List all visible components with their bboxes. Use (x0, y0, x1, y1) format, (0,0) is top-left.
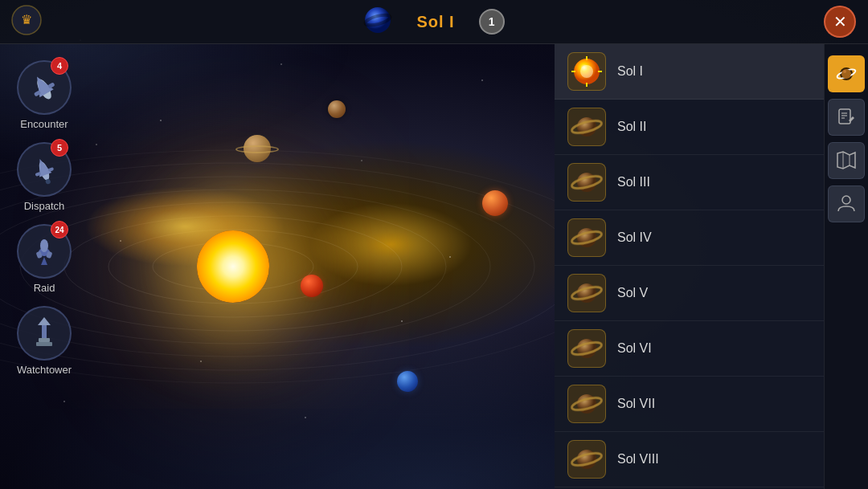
planet-red-center (301, 275, 323, 297)
svg-rect-29 (36, 342, 52, 346)
svg-rect-28 (39, 338, 50, 342)
raid-label: Raid (34, 282, 55, 294)
planet-ringed-top (244, 135, 271, 162)
sun-core (197, 230, 269, 303)
svg-point-22 (40, 239, 48, 252)
planet-icon-sol1 (567, 52, 606, 91)
planet-list-item-sol3[interactable]: Sol III (555, 155, 824, 210)
planet-name-sol4: Sol IV (617, 230, 652, 245)
action-btn-planet[interactable] (828, 55, 865, 92)
planet-list-item-sol2[interactable]: Sol II (555, 100, 824, 155)
planet-icon-sol8 (567, 440, 606, 479)
planet-list-item-sol1[interactable]: Sol I (555, 44, 824, 100)
svg-point-35 (580, 65, 593, 78)
top-bar-badge: 1 (479, 9, 505, 35)
svg-marker-65 (837, 152, 855, 169)
dispatch-badge: 5 (51, 139, 68, 157)
dispatch-label: Dispatch (24, 200, 65, 212)
planet-name-sol5: Sol V (617, 286, 648, 300)
action-btn-map[interactable] (828, 142, 865, 179)
sidebar-item-dispatch[interactable]: 5 Dispatch (17, 142, 72, 212)
planet-icon-sol2 (567, 108, 606, 146)
planet-list-item-sol4[interactable]: Sol IV (555, 210, 824, 266)
watchtower-icon (17, 306, 72, 361)
svg-point-60 (843, 70, 846, 73)
right-actions (824, 44, 868, 489)
planet-blue-bottom (397, 371, 418, 392)
svg-rect-61 (839, 109, 850, 124)
planet-name-sol1: Sol I (617, 64, 643, 79)
svg-marker-27 (38, 317, 51, 325)
planet-small-top (328, 100, 346, 118)
planet-orange-right (482, 190, 508, 216)
planet-icon-sol5 (567, 274, 606, 312)
planet-name-sol2: Sol II (617, 120, 646, 134)
encounter-label: Encounter (20, 118, 68, 130)
svg-marker-25 (41, 257, 47, 265)
planet-icon-sol6 (567, 329, 606, 368)
close-button[interactable]: ✕ (824, 6, 856, 38)
planet-list-item-sol8[interactable]: Sol VIII (555, 432, 824, 487)
encounter-badge: 4 (51, 57, 68, 75)
action-btn-notes[interactable] (828, 99, 865, 136)
sidebar-item-watchtower[interactable]: Watchtower (17, 306, 72, 376)
planet-name-sol3: Sol III (617, 175, 650, 189)
top-bar: ♛ Sol I 1 ✕ (0, 0, 868, 44)
left-sidebar: 4 Encounter 5 (0, 44, 88, 489)
raid-badge: 24 (51, 221, 68, 238)
watchtower-label: Watchtower (17, 364, 72, 376)
sidebar-item-raid[interactable]: 24 Raid (17, 224, 72, 294)
planet-name-sol6: Sol VI (617, 341, 652, 356)
planet-icon-sol7 (567, 385, 606, 423)
planet-list-item-sol7[interactable]: Sol VII (555, 377, 824, 432)
planet-icon-sol4 (567, 218, 606, 257)
sidebar-item-encounter[interactable]: 4 Encounter (17, 60, 72, 130)
crown-icon[interactable]: ♛ (11, 5, 42, 39)
svg-point-68 (842, 196, 850, 204)
svg-point-59 (841, 69, 851, 79)
top-bar-title: Sol I (416, 13, 454, 31)
action-btn-people[interactable] (828, 185, 865, 222)
planet-name-sol7: Sol VII (617, 397, 655, 411)
svg-text:♛: ♛ (21, 13, 32, 26)
planet-name-sol8: Sol VIII (617, 452, 659, 467)
right-panel: Sol I Sol II (555, 44, 868, 489)
top-planet-icon (363, 6, 392, 38)
planet-list[interactable]: Sol I Sol II (555, 44, 824, 489)
planet-list-item-sol6[interactable]: Sol VI (555, 321, 824, 377)
planet-icon-sol3 (567, 163, 606, 202)
planet-list-item-sol5[interactable]: Sol V (555, 266, 824, 321)
